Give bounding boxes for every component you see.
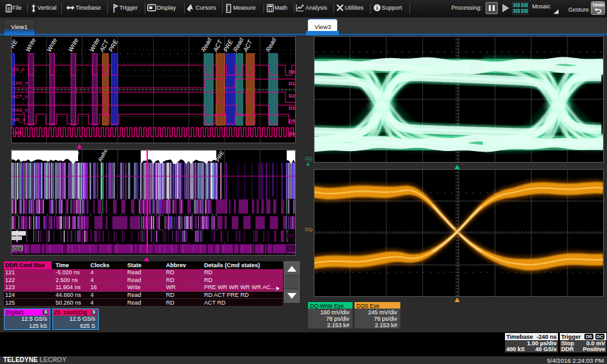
svg-text:Write: Write [45,37,58,53]
svg-text:Read: Read [200,36,213,53]
svg-text:CS_n: CS_n [12,66,25,72]
svg-text:ACT_n: ACT_n [12,94,27,99]
svg-text:Read: Read [264,36,278,53]
svg-text:D9: D9 [289,131,295,137]
svg-text:WE_n: WE_n [12,117,25,123]
svg-text:RAS_n: RAS_n [12,107,28,113]
svg-text:D1: D1 [289,81,295,86]
svg-text:D0: D0 [289,69,295,75]
svg-text:D5: D5 [289,118,295,124]
svg-text:CLK: CLK [12,130,22,136]
svg-text:Write: Write [24,37,37,53]
svg-text:PRE: PRE [107,38,119,53]
svg-text:D3: D3 [289,105,295,111]
svg-text:D2: D2 [289,93,295,99]
svg-text:PRE: PRE [11,38,19,53]
svg-text:Write: Write [67,37,79,53]
svg-text:ACT: ACT [211,38,224,54]
svg-text:CLK: CLK [14,247,23,251]
svg-text:Refresh: Refresh [97,149,112,163]
svg-text:CAS_n: CAS_n [12,80,28,86]
